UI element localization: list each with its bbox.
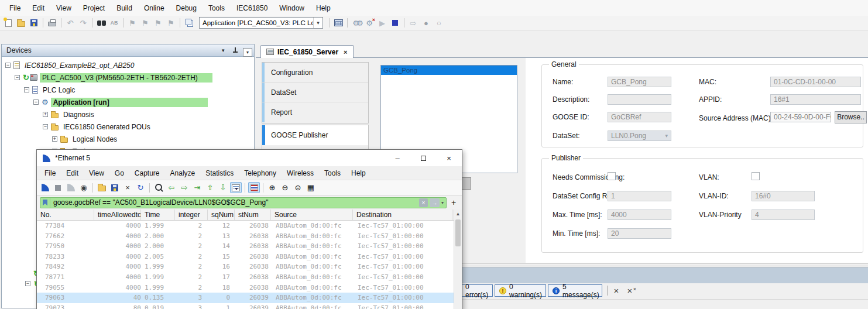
menu-tools[interactable]: Tools <box>203 1 231 15</box>
column-header-timeallowedtolive[interactable]: timeAllowedtoLive <box>94 210 141 220</box>
menu-debug[interactable]: Debug <box>170 1 203 15</box>
menu-help[interactable]: Help <box>310 1 337 15</box>
window-maximize-button[interactable] <box>410 150 436 166</box>
collapse-icon[interactable]: − <box>43 124 48 129</box>
stop-capture-icon[interactable] <box>52 182 64 193</box>
max-time-field[interactable]: 4000 <box>608 210 671 220</box>
menu-build[interactable]: Build <box>111 1 138 15</box>
tree-dropdown-button[interactable]: ▾ <box>243 48 252 57</box>
build-icon[interactable] <box>332 18 344 29</box>
add-filter-button[interactable]: + <box>448 198 459 207</box>
filter-apply-icon[interactable]: → <box>430 198 440 207</box>
tab-iec-61850-server[interactable]: IEC_61850_Server × <box>260 45 354 58</box>
nav-item-dataset[interactable]: DataSet <box>262 83 368 102</box>
display-filter-input[interactable]: goose.gocbRef == "AC500_B1LogicalDevice/… <box>40 197 447 208</box>
name-field[interactable]: GCB_Pong <box>608 77 671 87</box>
vlan-checkbox[interactable] <box>752 172 760 180</box>
go-last-packet-icon[interactable]: ⇩ <box>217 182 229 193</box>
bookmark-clear-icon[interactable]: ⚑ <box>165 18 177 29</box>
nav-item-configuration[interactable]: Configuration <box>262 63 368 83</box>
menu-statistics[interactable]: Statistics <box>200 167 239 180</box>
packet-row[interactable]: 7795040002.00021426038ABBAutom_0d:00:fcI… <box>37 241 462 252</box>
breakpoint-outline-icon[interactable]: ○ <box>433 18 445 29</box>
chevron-down-icon[interactable]: ▾ <box>313 18 323 28</box>
packet-list-scrollbar[interactable]: ▲ <box>454 210 462 309</box>
packet-row[interactable]: 7905540001.99921826038ABBAutom_0d:00:fcI… <box>37 283 462 293</box>
mac-field[interactable]: 01-0C-CD-01-00-00 <box>770 77 861 87</box>
zoom-out-icon[interactable]: ⊖ <box>279 182 291 193</box>
dataset-config-revision-field[interactable]: 1 <box>608 191 671 201</box>
menu-help[interactable]: Help <box>346 167 371 180</box>
packet-row[interactable]: 7823340002.00521526038ABBAutom_0d:00:fcI… <box>37 252 462 262</box>
login-icon[interactable]: ⚙⚙ <box>351 18 362 29</box>
tree-expander-icon[interactable]: − <box>25 281 30 286</box>
collapse-icon[interactable]: − <box>33 99 39 105</box>
column-header-source[interactable]: Source <box>271 210 353 220</box>
bookmark-toggle-icon[interactable]: ⚑ <box>126 18 138 29</box>
go-first-packet-icon[interactable]: ⇧ <box>204 182 216 193</box>
menu-view[interactable]: View <box>84 167 109 180</box>
zoom-in-icon[interactable]: ⊕ <box>266 182 278 193</box>
collapse-icon[interactable]: − <box>5 63 11 68</box>
clear-all-messages-icon[interactable]: ×× <box>624 284 636 297</box>
appid-field[interactable]: 16#1 <box>770 94 861 105</box>
bookmark-next-icon[interactable]: ⚑ <box>139 18 151 29</box>
vlan-id-field[interactable]: 16#0 <box>752 191 815 201</box>
expand-icon[interactable]: + <box>43 112 48 117</box>
menu-view[interactable]: View <box>50 1 77 15</box>
gcb-list-item[interactable]: GCB_Pong <box>381 66 517 75</box>
auto-scroll-icon[interactable] <box>230 182 242 193</box>
menu-edit[interactable]: Edit <box>26 1 50 15</box>
close-capture-file-icon[interactable]: × <box>122 182 133 193</box>
menu-tools[interactable]: Tools <box>319 167 346 180</box>
menu-analyze[interactable]: Analyze <box>165 167 201 180</box>
start-icon[interactable]: ▶ <box>376 18 388 29</box>
reload-capture-icon[interactable]: ↻ <box>135 182 146 193</box>
tree-item-application-run-[interactable]: −⚙Application [run] <box>2 96 254 108</box>
source-mac-field[interactable]: 00-24-59-0D-00-FC <box>770 112 831 122</box>
column-header-sqnum[interactable]: sqNum <box>208 210 235 220</box>
window-minimize-button[interactable]: – <box>385 150 410 166</box>
expand-icon[interactable]: + <box>52 136 57 142</box>
column-header-integer[interactable]: integer <box>175 210 208 220</box>
messages-filter-button[interactable]: i 5 message(s) <box>548 284 602 297</box>
filter-history-icon[interactable]: ▾ <box>441 200 444 205</box>
find-packet-icon[interactable] <box>153 182 164 193</box>
packet-row[interactable]: 79063400.1353026039ABBAutom_0d:00:fcIec-… <box>37 293 462 303</box>
column-header-destination[interactable]: Destination <box>353 210 452 220</box>
print-icon[interactable] <box>46 18 58 29</box>
menu-file[interactable]: File <box>39 167 61 180</box>
step-over-icon[interactable]: ⇨ <box>407 18 419 29</box>
scroll-up-icon[interactable]: ▲ <box>454 210 462 218</box>
resize-columns-icon[interactable]: ▦ <box>305 182 317 193</box>
goose-id-field[interactable]: GoCBRef <box>608 112 671 122</box>
open-project-icon[interactable] <box>15 18 27 29</box>
nav-item-report[interactable]: Report <box>262 102 368 122</box>
redo-icon[interactable]: ↷ <box>77 18 89 29</box>
packet-row[interactable]: 7877140001.99921726038ABBAutom_0d:00:fcI… <box>37 272 462 283</box>
bookmark-prev-icon[interactable]: ⚑ <box>152 18 164 29</box>
menu-capture[interactable]: Capture <box>129 167 165 180</box>
save-capture-file-icon[interactable] <box>109 182 121 193</box>
filter-expression[interactable]: goose.gocbRef == "AC500_B1LogicalDevice/… <box>50 198 419 207</box>
menu-window[interactable]: Window <box>273 1 310 15</box>
tree-item-plc-logic[interactable]: −PLC Logic <box>2 84 254 96</box>
breakpoint-icon[interactable]: ● <box>420 18 432 29</box>
tab-close-icon[interactable]: × <box>344 49 347 56</box>
nav-item-goose-publisher[interactable]: GOOSE Publisher <box>262 125 368 145</box>
packet-row[interactable]: 79073800.0193126039ABBAutom_0d:00:fcIec-… <box>37 303 462 309</box>
filter-bookmark-icon[interactable] <box>40 198 50 208</box>
column-header-stnum[interactable]: stNum <box>235 210 271 220</box>
tree-item-iec61850-generated-pous[interactable]: −IEC61850 Generated POUs <box>2 121 254 133</box>
new-file-icon[interactable] <box>2 18 14 29</box>
save-icon[interactable] <box>28 18 40 29</box>
go-back-icon[interactable]: ⇦ <box>166 182 177 193</box>
find-icon[interactable] <box>95 18 107 29</box>
tree-item-iec61850-exampleb2-opt-ab250[interactable]: −IEC61850_ExampleB2_opt_AB250 <box>2 59 254 71</box>
needs-commissioning-checkbox[interactable] <box>608 172 616 180</box>
go-forward-icon[interactable]: ⇨ <box>179 182 190 193</box>
capture-options-icon[interactable]: ◉ <box>78 182 90 193</box>
clear-messages-icon[interactable]: × <box>610 284 622 297</box>
tree-item-plc-ac500-v3-pm5650-2eth-tb562[interactable]: −↻PLC_AC500_V3 (PM5650-2ETH - TB5620-2ET… <box>2 71 254 84</box>
menu-edit[interactable]: Edit <box>61 167 84 180</box>
